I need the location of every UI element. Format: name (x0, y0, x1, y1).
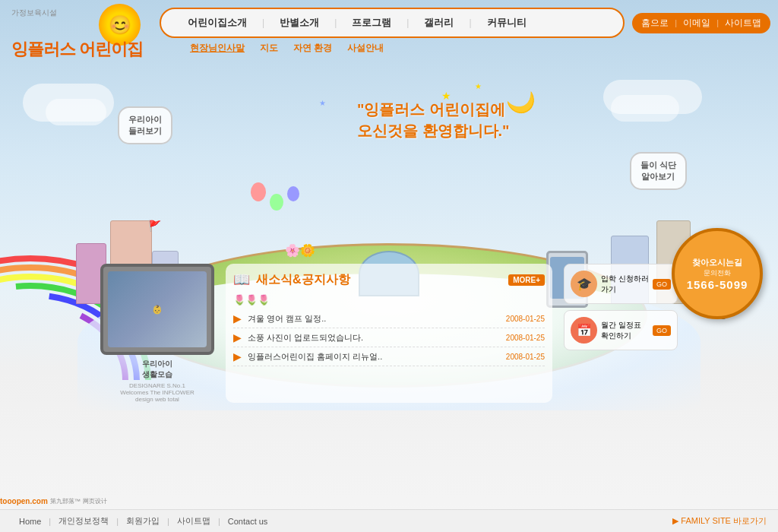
content-panel: 👶 우리아이 생활모습 DESIGNARE S.No.1Welcomes The… (100, 264, 678, 403)
news-flowers: 🌷🌷🌷 (233, 294, 545, 306)
nav-sub-nature[interactable]: 자연 환경 (293, 42, 332, 55)
btn-email[interactable]: 이메일 (683, 17, 710, 30)
sky-cloud-2 (46, 99, 106, 125)
flowers-decoration: 🌸🌼 (285, 243, 315, 258)
headline-line2: 오신것을 환영합니다." (357, 122, 510, 139)
news-item-1: ▶ 겨울 영어 캠프 일정.. 2008-01-25 (233, 309, 545, 328)
admission-label-1: 입학 신청하러 가기 (601, 274, 649, 295)
news-item-2-text: 소풍 사진이 업로드되었습니다. (248, 332, 500, 344)
footer-privacy[interactable]: 개인정보정책 (51, 515, 116, 527)
speech-bubble-right: 들이 식단 알아보기 (630, 152, 687, 190)
headline-line1: "잉플러스 어린이집에 (357, 101, 505, 118)
star-1: ★ (441, 90, 451, 102)
speech-bubble-left: 우리아이 들러보기 (118, 106, 172, 144)
news-more-button[interactable]: MORE+ (508, 274, 545, 286)
nav-right-buttons: 홈으로 | 이메일 | 사이트맵 (632, 13, 770, 33)
footer-family-site[interactable]: ▶ FAMILY SITE 바로가기 (672, 515, 767, 527)
news-title-row: 📖 새소식&공지사항 MORE+ (233, 271, 545, 288)
tv-label1: 우리아이 (142, 359, 172, 368)
nav-item-program[interactable]: 프로그램 (337, 13, 406, 33)
news-item-1-text: 겨울 영어 캠프 일정.. (248, 313, 500, 325)
footer: Home | 개인정보정책 | 회원가입 | 사이트맵 | Contact us… (0, 509, 778, 532)
nav-top-row: 어린이집소개 | 반별소개 | 프로그램 | 갤러리 | 커뮤니티 홈으로 | … (160, 8, 770, 38)
admission-icon-1: 🎓 (571, 271, 597, 297)
footer-contact[interactable]: Contact us (220, 517, 276, 526)
flag: 🚩 (148, 220, 161, 232)
nav-sub-map[interactable]: 지도 (260, 42, 278, 55)
news-item-3-date: 2008-01-25 (506, 353, 545, 361)
nav-item-community[interactable]: 커뮤니티 (472, 13, 542, 33)
admission-icon-2: 📅 (571, 317, 597, 344)
nav-sub-facility[interactable]: 사설안내 (347, 42, 384, 55)
watermark-site: tooopen.com (0, 497, 48, 505)
btn-sitemap[interactable]: 사이트맵 (725, 17, 761, 30)
nav-item-gallery[interactable]: 갤러리 (409, 13, 469, 33)
watermark-sub: 网页设计 (83, 497, 107, 505)
tv-credits: DESIGNARE S.No.1Welcomes The INFLOWERdes… (100, 382, 214, 403)
nav-sub-menu: 현장님인사말 지도 자연 환경 사설안내 (160, 42, 770, 55)
watermark: tooopen.com 第九部落™ 网页设计 (0, 497, 107, 505)
footer-home[interactable]: Home (11, 517, 49, 526)
nav-item-intro[interactable]: 어린이집소개 (172, 13, 262, 33)
admission-btn-2[interactable]: 📅 월간 일정표 확인하기 GO (564, 310, 678, 350)
admission-panel: 🎓 입학 신청하러 가기 GO 📅 월간 일정표 확인하기 GO (564, 264, 678, 403)
news-item-2-date: 2008-01-25 (506, 334, 545, 342)
tv-screen: 👶 (108, 271, 207, 347)
balloon-2 (270, 194, 283, 211)
footer-sitemap[interactable]: 사이트맵 (169, 515, 218, 527)
nav-main-menu: 어린이집소개 | 반별소개 | 프로그램 | 갤러리 | 커뮤니티 (160, 8, 625, 38)
admission-label-2: 월간 일정표 확인하기 (601, 320, 649, 341)
news-panel: 📖 새소식&공지사항 MORE+ 🌷🌷🌷 ▶ 겨울 영어 캠프 일정.. 200… (226, 264, 552, 403)
main-illustration: "잉플러스 어린이집에 오신것을 환영합니다." 우리아이 들러보기 들이 식단… (0, 76, 778, 456)
sky-cloud-4 (611, 95, 679, 122)
admission-go-2[interactable]: GO (653, 325, 671, 336)
news-item-3: ▶ 잉플러스어린이집 홈페이지 리뉴얼.. 2008-01-25 (233, 347, 545, 366)
news-item-2: ▶ 소풍 사진이 업로드되었습니다. 2008-01-25 (233, 328, 545, 347)
phone-sign: 찾아오시는길 문의전화 1566-5099 (672, 228, 763, 319)
navigation: 어린이집소개 | 반별소개 | 프로그램 | 갤러리 | 커뮤니티 홈으로 | … (160, 8, 770, 55)
btn-home[interactable]: 홈으로 (641, 17, 669, 30)
star-3: ★ (319, 99, 326, 107)
logo-main: 잉플러스 어린이집 (11, 38, 143, 61)
nav-sub-greeting[interactable]: 현장님인사말 (190, 42, 245, 55)
news-item-1-date: 2008-01-25 (506, 315, 545, 323)
watermark-text: 第九部落™ (50, 497, 81, 505)
footer-join[interactable]: 회원가입 (119, 515, 167, 527)
header: 😊 가정보육시설 잉플러스 어린이집 어린이집소개 | 반별소개 | 프로그램 … (0, 0, 778, 76)
balloon-3 (287, 186, 299, 201)
admission-go-1[interactable]: GO (653, 279, 671, 290)
tv-label2: 생활모습 (142, 370, 172, 378)
news-title-text: 새소식&공지사항 (256, 272, 350, 288)
balloon-1 (251, 182, 266, 201)
admission-btn-1[interactable]: 🎓 입학 신청하러 가기 GO (564, 264, 678, 304)
tv-label: 우리아이 생활모습 (100, 359, 214, 380)
phone-sign-text1: 찾아오시는길 (692, 257, 742, 268)
phone-sign-number: 1566-5099 (687, 278, 748, 291)
logo-subtitle: 가정보육시설 (11, 8, 57, 18)
news-item-3-text: 잉플러스어린이집 홈페이지 리뉴얼.. (248, 351, 500, 363)
tv-box: 👶 (100, 264, 214, 355)
phone-sign-text2: 문의전화 (704, 268, 731, 278)
tv-panel: 👶 우리아이 생활모습 DESIGNARE S.No.1Welcomes The… (100, 264, 214, 403)
nav-item-class[interactable]: 반별소개 (264, 13, 334, 33)
star-2: ★ (475, 82, 482, 90)
footer-links: Home | 개인정보정책 | 회원가입 | 사이트맵 | Contact us (11, 515, 672, 527)
